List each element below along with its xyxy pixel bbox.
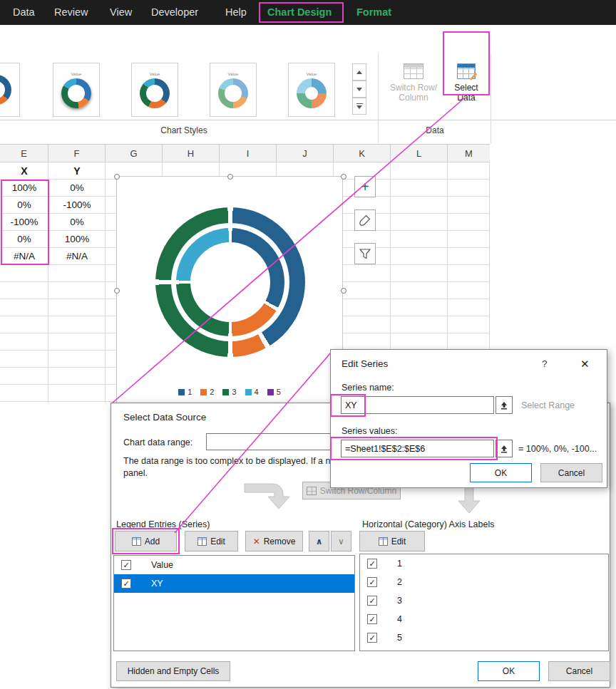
column-header-K[interactable]: K [334,145,391,163]
cell-E6[interactable]: #N/A [0,248,48,265]
dialog-title: Select Data Source [123,412,206,423]
gallery-scroll-up-button[interactable] [352,63,366,81]
series-listbox[interactable]: Value XY [113,555,355,651]
chart-style-thumbnail[interactable]: Value [210,63,257,117]
donut-hole [190,242,270,322]
cell-F6[interactable]: #N/A [48,248,106,265]
checkbox-checked-icon[interactable] [367,614,377,624]
column-header-F[interactable]: F [48,145,106,163]
column-header-M[interactable]: M [448,145,490,163]
gallery-scroll-down-button[interactable] [352,81,366,98]
add-button-label: Add [145,537,160,546]
axis-labels-listbox[interactable]: 1 2 3 4 5 [359,554,609,651]
column-header-L[interactable]: L [391,145,448,163]
hidden-empty-cells-button[interactable]: Hidden and Empty Cells [116,661,230,681]
axis-label-row[interactable]: 1 [360,554,608,573]
cell-F4[interactable]: 0% [48,214,106,231]
tab-format[interactable]: Format [356,0,391,25]
checkbox-checked-icon[interactable] [367,596,377,606]
column-header-H[interactable]: H [163,145,220,163]
add-series-button[interactable]: Add [115,531,177,551]
cell-E2[interactable]: 100% [0,180,48,197]
tab-review[interactable]: Review [54,0,88,25]
axis-label-row[interactable]: 2 [360,573,608,591]
switch-row-column-button[interactable]: Switch Row/ Column [385,59,442,120]
remove-series-button[interactable]: ✕ Remove [245,531,303,551]
chart-handle-top-right[interactable] [341,174,346,180]
chart-style-thumbnail[interactable]: Value [53,63,100,117]
dialog-title: Edit Series [342,358,388,369]
series-row-xy-selected[interactable]: XY [114,574,354,593]
legend-label: 5 [277,388,281,396]
column-header-E[interactable]: E [0,145,48,163]
chart-handle-top-left[interactable] [114,174,120,180]
ok-button[interactable]: OK [470,463,532,482]
legend-item[interactable]: 1 [178,388,192,396]
cell-F3[interactable]: -100% [48,197,106,214]
collapse-range-button[interactable] [496,440,513,457]
cell-E3[interactable]: 0% [0,197,48,214]
tab-chart-design[interactable]: Chart Design [267,0,332,25]
legend-item[interactable]: 3 [222,388,236,396]
edit-axis-labels-button[interactable]: Edit [359,531,425,551]
move-series-down-button[interactable]: ∨ [331,531,351,551]
tab-help[interactable]: Help [225,0,247,25]
excel-window: Data Review View Developer Help Chart De… [0,0,616,689]
move-series-up-button[interactable]: ∧ [309,531,329,551]
chart-handle-left-mid[interactable] [114,288,120,294]
column-header-row: E F G H I J K L M [0,144,490,162]
ok-button[interactable]: OK [478,661,540,681]
cell-E4[interactable]: -100% [0,214,48,231]
help-button[interactable]: ? [542,358,548,369]
column-header-I[interactable]: I [220,145,277,163]
tab-developer[interactable]: Developer [151,0,198,25]
donut-chart[interactable]: 1 2 3 4 5 [116,176,343,404]
checkbox-checked-icon[interactable] [121,560,131,570]
column-header-J[interactable]: J [277,145,334,163]
series-values-input[interactable]: =Sheet1!$E$2:$E$6 [341,440,494,457]
chart-handle-top-mid[interactable] [227,174,233,180]
close-button[interactable]: ✕ [580,358,590,371]
collapse-range-button[interactable] [496,396,513,414]
axis-label-value: 4 [397,614,402,624]
chart-elements-button[interactable]: + [354,176,376,197]
axis-labels-label: Horizontal (Category) Axis Labels [362,519,495,529]
checkbox-checked-icon[interactable] [367,633,377,643]
chart-style-thumbnail[interactable] [0,63,20,117]
cancel-button[interactable]: Cancel [540,463,602,482]
chart-handle-right-mid[interactable] [341,288,346,294]
axis-label-row[interactable]: 5 [360,628,608,647]
cancel-button[interactable]: Cancel [548,661,610,681]
chart-style-thumbnail[interactable]: Value [288,63,335,117]
legend-item[interactable]: 4 [245,388,259,396]
legend-item[interactable]: 5 [267,388,281,396]
checkbox-checked-icon[interactable] [367,577,377,587]
cell-E1[interactable]: X [0,162,48,180]
select-range-label: Select Range [521,400,575,410]
donut-style-preview-icon [61,78,91,108]
chart-styles-button[interactable] [354,209,376,231]
axis-edit-button-label: Edit [391,537,406,546]
select-data-button[interactable]: Select Data [445,59,488,120]
legend-item[interactable]: 2 [200,388,214,396]
legend-label: 4 [255,388,259,396]
series-row-value[interactable]: Value [114,556,354,574]
cell-E5[interactable]: 0% [0,231,48,248]
column-header-G[interactable]: G [106,145,163,163]
cell-F5[interactable]: 100% [48,231,106,248]
tab-view[interactable]: View [110,0,132,25]
tab-data[interactable]: Data [13,0,35,25]
cell-F1[interactable]: Y [48,162,106,180]
checkbox-checked-icon[interactable] [121,579,131,589]
axis-label-row[interactable]: 4 [360,610,608,628]
gallery-more-button[interactable] [352,98,366,115]
edit-series-button[interactable]: Edit [185,531,238,551]
chart-filters-button[interactable] [354,243,376,264]
series-name-input[interactable]: XY [341,396,494,414]
chart-legend[interactable]: 1 2 3 4 5 [117,388,342,396]
cell-F2[interactable]: 0% [48,180,106,197]
axis-label-row[interactable]: 3 [360,591,608,610]
chart-style-thumbnail[interactable]: Value [131,63,178,117]
thumbnail-caption: Value [150,72,160,77]
checkbox-checked-icon[interactable] [367,559,377,569]
